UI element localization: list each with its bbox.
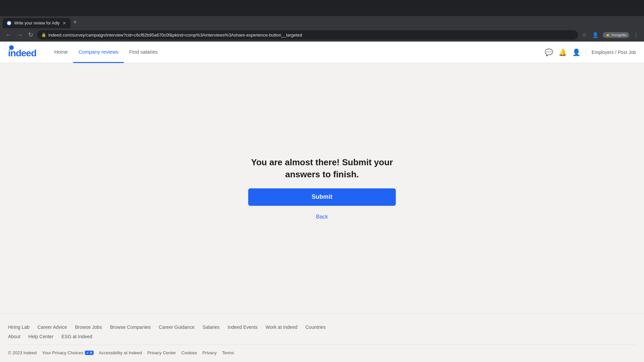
svg-point-0 — [7, 21, 11, 25]
nav-find-salaries[interactable]: Find salaries — [124, 42, 163, 63]
bookmark-button[interactable]: ☆ — [581, 31, 588, 40]
header-right: 💬 🔔 👤 Employers / Post Job — [545, 48, 636, 56]
footer-link-salaries[interactable]: Salaries — [203, 324, 220, 330]
footer-link-countries[interactable]: Countries — [306, 324, 326, 330]
browser-tab-bar: Write your review for Adly ✕ + — [0, 16, 644, 28]
profile-button[interactable]: 👤 — [591, 31, 600, 40]
messages-icon[interactable]: 💬 — [545, 48, 553, 56]
new-tab-button[interactable]: + — [70, 18, 80, 26]
footer-privacy[interactable]: Privacy — [202, 350, 217, 355]
nav-company-reviews[interactable]: Company reviews — [73, 42, 124, 63]
footer-link-about[interactable]: About — [8, 334, 20, 339]
footer-link-hiring-lab[interactable]: Hiring Lab — [8, 324, 30, 330]
tab-close-button[interactable]: ✕ — [62, 20, 66, 26]
submit-button[interactable]: Submit — [248, 188, 396, 206]
privacy-choices-label: Your Privacy Choices — [42, 350, 83, 355]
submit-heading-line1: You are almost there! Submit your — [251, 157, 393, 167]
employers-link[interactable]: Employers / Post Job — [592, 50, 636, 55]
footer-link-browse-companies[interactable]: Browse Companies — [110, 324, 151, 330]
tab-favicon — [7, 21, 11, 25]
footer-links-primary: Hiring Lab Career Advice Browse Jobs Bro… — [8, 324, 636, 330]
toolbar-icons: ☆ 👤 🕵 Incognito ⋮ — [581, 31, 640, 40]
main-nav: Home Company reviews Find salaries — [49, 42, 545, 63]
footer-accessibility[interactable]: Accessibility at Indeed — [99, 350, 142, 355]
footer-links-secondary: About Help Center ESG at Indeed — [8, 334, 636, 339]
tab-title: Write your review for Adly — [14, 21, 60, 25]
account-icon[interactable]: 👤 — [572, 48, 581, 56]
back-nav-button[interactable]: ← — [4, 30, 13, 40]
privacy-choices-icon: ✓ ✕ — [85, 351, 94, 355]
browser-toolbar: ← → ↻ 🔒 indeed.com/survey/campaign/inter… — [0, 28, 644, 42]
address-bar[interactable]: 🔒 indeed.com/survey/campaign/interview?c… — [37, 30, 578, 40]
svg-text:indeed: indeed — [8, 48, 36, 57]
indeed-logo[interactable]: indeed — [8, 45, 38, 60]
footer-bottom: © 2023 Indeed Your Privacy Choices ✓ ✕ A… — [8, 345, 636, 355]
footer-link-browse-jobs[interactable]: Browse Jobs — [75, 324, 102, 330]
footer-link-work-at-indeed[interactable]: Work at Indeed — [266, 324, 298, 330]
nav-home[interactable]: Home — [49, 42, 73, 63]
reload-button[interactable]: ↻ — [27, 30, 35, 40]
browser-tab[interactable]: Write your review for Adly ✕ — [3, 18, 70, 28]
submit-heading-line2: answers to finish. — [285, 169, 359, 179]
back-link[interactable]: Back — [316, 214, 328, 220]
footer-privacy-center[interactable]: Privacy Center — [147, 350, 176, 355]
footer-link-help-center[interactable]: Help Center — [29, 334, 54, 339]
submit-heading: You are almost there! Submit your answer… — [251, 157, 393, 180]
footer-copyright: © 2023 Indeed — [8, 350, 37, 355]
notifications-icon[interactable]: 🔔 — [558, 48, 567, 56]
site-header: indeed Home Company reviews Find salarie… — [0, 42, 644, 63]
footer-link-career-guidance[interactable]: Career Guidance — [159, 324, 195, 330]
url-text: indeed.com/survey/campaign/interview?cid… — [48, 33, 302, 38]
logo-text: indeed — [8, 45, 38, 60]
page: indeed Home Company reviews Find salarie… — [0, 42, 644, 362]
main-content: You are almost there! Submit your answer… — [0, 63, 644, 313]
incognito-icon: 🕵 — [605, 33, 610, 37]
menu-button[interactable]: ⋮ — [632, 31, 640, 40]
footer-link-indeed-events[interactable]: Indeed Events — [228, 324, 258, 330]
footer-link-esg[interactable]: ESG at Indeed — [61, 334, 92, 339]
footer-terms[interactable]: Terms — [222, 350, 234, 355]
footer-link-career-advice[interactable]: Career Advice — [38, 324, 67, 330]
forward-nav-button[interactable]: → — [15, 30, 24, 40]
site-footer: Hiring Lab Career Advice Browse Jobs Bro… — [0, 313, 644, 362]
browser-chrome — [0, 0, 644, 16]
incognito-label: Incognito — [611, 33, 627, 37]
header-divider — [586, 48, 586, 56]
submit-card: You are almost there! Submit your answer… — [248, 157, 396, 220]
incognito-badge: 🕵 Incognito — [603, 32, 629, 38]
footer-cookies[interactable]: Cookies — [181, 350, 197, 355]
lock-icon: 🔒 — [41, 33, 46, 37]
footer-privacy-choices[interactable]: Your Privacy Choices ✓ ✕ — [42, 350, 93, 355]
